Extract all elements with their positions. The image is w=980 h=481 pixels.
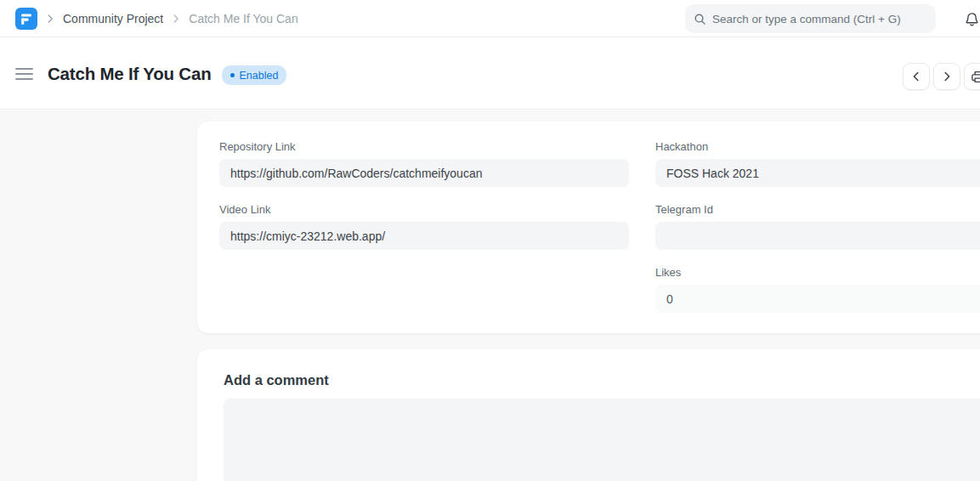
- status-badge-label: Enabled: [240, 70, 279, 82]
- print-button[interactable]: [964, 63, 980, 90]
- breadcrumb: Community Project Catch Me If You Can: [44, 0, 298, 37]
- form-column-right: Hackathon Telegram Id Likes: [655, 140, 980, 329]
- chevron-right-icon: [44, 13, 56, 25]
- comment-input[interactable]: [224, 399, 980, 481]
- field-video-link: Video Link: [219, 203, 629, 250]
- notifications-button[interactable]: [964, 10, 980, 27]
- field-likes: Likes: [655, 266, 980, 313]
- search-icon: [694, 13, 706, 25]
- likes-input: [655, 285, 980, 313]
- comment-section-card: Add a comment: [197, 349, 980, 481]
- field-label: Telegram Id: [655, 203, 980, 216]
- chevron-right-icon: [940, 70, 954, 83]
- add-comment-heading: Add a comment: [224, 372, 329, 388]
- form-column-left: Repository Link Video Link: [219, 140, 629, 329]
- app-window: Community Project Catch Me If You Can: [0, 0, 980, 481]
- bell-icon: [964, 11, 980, 27]
- frappe-f-icon: [20, 13, 33, 25]
- top-navbar: Community Project Catch Me If You Can: [0, 0, 980, 37]
- chevron-left-icon: [909, 70, 923, 83]
- form-section-card: Repository Link Video Link Hackathon Tel…: [197, 122, 980, 333]
- field-hackathon: Hackathon: [655, 140, 980, 187]
- search-input[interactable]: [712, 13, 927, 25]
- telegram-id-input[interactable]: [655, 222, 980, 250]
- frappe-logo[interactable]: [15, 8, 37, 30]
- breadcrumb-item-current: Catch Me If You Can: [189, 12, 297, 25]
- field-label: Hackathon: [655, 140, 980, 153]
- repository-link-input[interactable]: [219, 159, 629, 187]
- chevron-right-icon: [170, 13, 182, 25]
- field-repository-link: Repository Link: [219, 140, 629, 187]
- status-dot-icon: [230, 73, 235, 77]
- field-telegram-id: Telegram Id: [655, 203, 980, 250]
- field-label: Likes: [655, 266, 980, 279]
- page-title: Catch Me If You Can: [48, 64, 212, 84]
- next-document-button[interactable]: [933, 63, 960, 90]
- breadcrumb-item-community-project[interactable]: Community Project: [63, 12, 163, 25]
- field-label: Video Link: [219, 203, 629, 216]
- hackathon-input[interactable]: [655, 159, 980, 187]
- sidebar-toggle-icon[interactable]: [15, 68, 33, 80]
- global-search[interactable]: [685, 4, 936, 33]
- video-link-input[interactable]: [219, 222, 629, 250]
- printer-icon: [971, 70, 980, 84]
- page-header: Catch Me If You Can Enabled: [0, 38, 980, 110]
- field-label: Repository Link: [219, 140, 629, 153]
- previous-document-button[interactable]: [903, 63, 930, 90]
- page-body: Repository Link Video Link Hackathon Tel…: [0, 110, 980, 481]
- status-badge: Enabled: [222, 65, 287, 85]
